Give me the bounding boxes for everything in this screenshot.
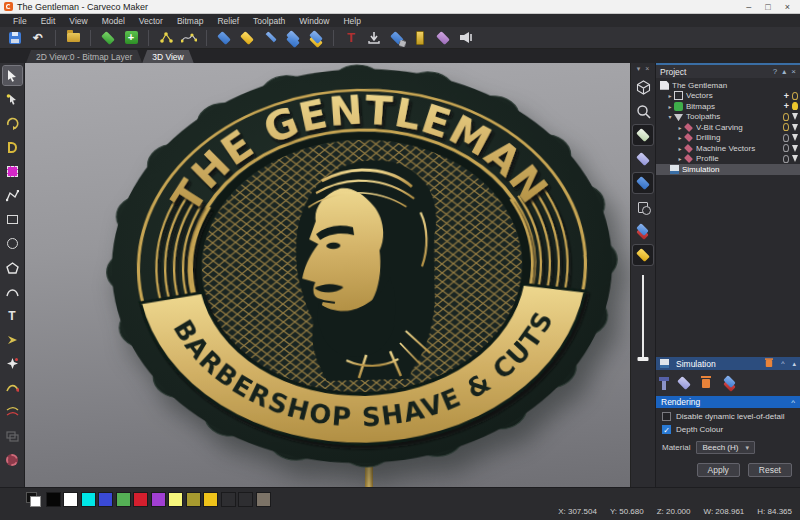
panel-close-icon[interactable]: × [791, 67, 796, 76]
sweep-tool-button[interactable] [3, 378, 22, 397]
relief-combine-button[interactable] [307, 29, 325, 47]
visibility-bulb-icon[interactable] [783, 113, 789, 121]
visibility-bulb-icon[interactable] [792, 92, 798, 100]
new-model-button[interactable] [99, 29, 117, 47]
depth-colour-checkbox[interactable]: ✓ [662, 425, 671, 434]
relief-lock-button[interactable] [238, 29, 256, 47]
circle-tool-button[interactable] [3, 234, 22, 253]
caret-right-icon[interactable]: ▸ [666, 92, 674, 99]
tree-item-bitmaps[interactable]: ▸ Bitmaps + [656, 101, 800, 112]
apply-button[interactable]: Apply [697, 463, 740, 477]
menu-toolpath[interactable]: Toolpath [246, 16, 292, 26]
distort-tool-button[interactable] [3, 354, 22, 373]
caret-right-icon[interactable]: ▸ [676, 155, 684, 162]
tree-item-drilling[interactable]: ▸ Drilling [656, 133, 800, 144]
trash-icon[interactable] [702, 379, 710, 388]
isometric-view-button[interactable] [633, 77, 653, 97]
caret-right-icon[interactable]: ▸ [676, 134, 684, 141]
palette-swatch[interactable] [221, 492, 236, 507]
palette-swatch[interactable] [186, 492, 201, 507]
palette-swatch[interactable] [81, 492, 96, 507]
help-icon[interactable]: ? [773, 67, 777, 76]
mill-tool-button[interactable] [3, 450, 22, 469]
tab-3d-view[interactable]: 3D View [142, 50, 194, 63]
caret-right-icon[interactable]: ▸ [676, 124, 684, 131]
node-edit-tool-button[interactable] [3, 90, 22, 109]
open-project-button[interactable] [64, 29, 82, 47]
relief-preview-toggle[interactable] [633, 125, 653, 145]
collapse-up-icon[interactable]: ^ [781, 360, 784, 367]
pin-icon[interactable]: ▴ [782, 67, 786, 76]
undo-button[interactable]: ↶ [29, 29, 47, 47]
collet-button[interactable] [411, 29, 429, 47]
minimize-button[interactable]: – [746, 1, 751, 13]
relief-preview-button[interactable] [434, 29, 452, 47]
import-button[interactable] [365, 29, 383, 47]
collapse-chevron-icon[interactable]: ^ [791, 398, 795, 407]
tree-item-toolpaths[interactable]: ▾ Toolpaths [656, 112, 800, 123]
tree-item-root[interactable]: The Gentleman [656, 80, 800, 91]
relief-diamond-icon[interactable] [677, 376, 691, 390]
drill-bit-icon[interactable] [792, 155, 798, 162]
tree-item-machine-vectors[interactable]: ▸ Machine Vectors [656, 143, 800, 154]
add-icon[interactable]: + [784, 102, 789, 110]
tree-item-profile[interactable]: ▸ Profile [656, 154, 800, 165]
delete-simulation-icon[interactable] [766, 360, 772, 367]
palette-swatch[interactable] [98, 492, 113, 507]
reset-button[interactable]: Reset [748, 463, 792, 477]
tree-item-simulation[interactable]: Simulation [656, 164, 800, 175]
drill-bit-icon[interactable] [792, 113, 798, 120]
visibility-bulb-icon[interactable] [792, 102, 798, 110]
caret-down-icon[interactable]: ▾ [666, 113, 674, 120]
deposit-diamond-icon[interactable] [722, 376, 738, 390]
tab-2d-view[interactable]: 2D View:0 - Bitmap Layer [26, 50, 142, 63]
menu-view[interactable]: View [62, 16, 94, 26]
tree-item-vectors[interactable]: ▸ Vectors + [656, 91, 800, 102]
palette-swatch[interactable] [238, 492, 253, 507]
menu-bitmap[interactable]: Bitmap [170, 16, 210, 26]
drill-bit-icon[interactable] [792, 134, 798, 141]
menu-help[interactable]: Help [336, 16, 367, 26]
option-lod[interactable]: Disable dynamic level-of-detail [656, 408, 800, 421]
menu-vector[interactable]: Vector [132, 16, 170, 26]
gold-relief-toggle[interactable] [633, 245, 653, 265]
toolpath-preview-toggle[interactable] [633, 173, 653, 193]
material-select[interactable]: Beech (H) ▾ [696, 441, 755, 454]
menu-window[interactable]: Window [292, 16, 336, 26]
swap-colors-icon[interactable] [26, 492, 41, 507]
vector-offset-tool-button[interactable] [3, 330, 22, 349]
polygon-tool-button[interactable] [3, 258, 22, 277]
lod-checkbox[interactable] [662, 412, 671, 421]
visibility-bulb-icon[interactable] [783, 123, 789, 131]
palette-swatch[interactable] [151, 492, 166, 507]
detail-slider[interactable] [631, 275, 655, 365]
tree-item-vbit-carving[interactable]: ▸ V-Bit Carving [656, 122, 800, 133]
drill-bit-icon[interactable] [792, 124, 798, 131]
relief-smooth-toggle[interactable] [633, 149, 653, 169]
relief-smooth-button[interactable] [215, 29, 233, 47]
slider-knob[interactable] [638, 357, 649, 361]
extrude-tool-button[interactable] [3, 426, 22, 445]
menu-edit[interactable]: Edit [34, 16, 63, 26]
panel-collapse-icon[interactable]: ▾ [637, 65, 641, 73]
caret-right-icon[interactable]: ▸ [666, 103, 674, 110]
polyline-tool-button[interactable] [3, 186, 22, 205]
dock-icon[interactable]: ▴ [792, 360, 796, 368]
visibility-bulb-icon[interactable] [783, 144, 789, 152]
node-editing-button[interactable] [157, 29, 175, 47]
relief-layers-button[interactable] [284, 29, 302, 47]
text-vector-tool-button[interactable]: T [3, 306, 22, 325]
palette-swatch[interactable] [46, 492, 61, 507]
add-icon[interactable]: + [784, 92, 789, 100]
palette-swatch[interactable] [63, 492, 78, 507]
bitmap-select-button[interactable] [3, 162, 22, 181]
fit-curve-button[interactable] [180, 29, 198, 47]
palette-swatch[interactable] [256, 492, 271, 507]
caret-right-icon[interactable]: ▸ [676, 145, 684, 152]
menu-model[interactable]: Model [95, 16, 132, 26]
palette-swatch[interactable] [116, 492, 131, 507]
arc-tool-button[interactable] [3, 282, 22, 301]
trim-tool-button[interactable] [3, 138, 22, 157]
transform-tool-button[interactable] [3, 114, 22, 133]
visibility-bulb-icon[interactable] [783, 134, 789, 142]
